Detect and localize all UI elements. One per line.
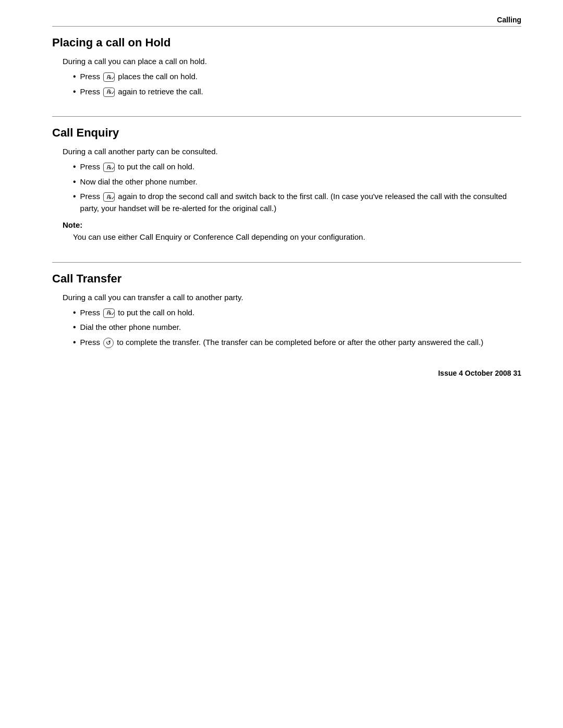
list-item: Dial the other phone number.	[73, 322, 521, 334]
bullet-enquiry-text-1: to put the call on hold.	[118, 162, 194, 171]
bullet-enquiry-text-3: again to drop the second call and switch…	[80, 192, 507, 213]
list-item: Press ℞✓ to put the call on hold.	[73, 307, 521, 319]
bullet-transfer-text-1: to put the call on hold.	[118, 308, 194, 317]
transfer-complete-icon: ↺	[103, 338, 114, 348]
note-label: Note:	[63, 220, 521, 229]
note-block-enquiry: Note: You can use either Call Enquiry or…	[63, 220, 521, 243]
bullet-list-enquiry: Press ℞✓ to put the call on hold. Now di…	[73, 161, 521, 214]
section-intro-hold: During a call you can place a call on ho…	[63, 57, 521, 66]
page-section-label: Calling	[497, 16, 521, 24]
section-title-hold: Placing a call on Hold	[52, 36, 521, 50]
note-content: You can use either Call Enquiry or Confe…	[73, 231, 521, 243]
press-label: Press	[80, 87, 103, 96]
hold-button-icon-2: ℞✓	[103, 88, 115, 97]
section-divider-transfer	[52, 262, 521, 263]
page-footer: Issue 4 October 2008 31	[438, 369, 521, 377]
section-call-transfer: Call Transfer During a call you can tran…	[52, 262, 521, 349]
bullet-list-hold: Press ℞✓ places the call on hold. Press …	[73, 71, 521, 97]
bullet-enquiry-text-2: Now dial the other phone number.	[80, 176, 198, 188]
list-item: Press ℞✓ again to drop the second call a…	[73, 191, 521, 214]
bullet-hold-text-1: places the call on hold.	[118, 72, 198, 81]
press-label: Press	[80, 338, 103, 347]
bullet-transfer-text-3: to complete the transfer. (The transfer …	[117, 338, 483, 347]
list-item: Press ℞✓ again to retrieve the call.	[73, 86, 521, 98]
press-label: Press	[80, 72, 103, 81]
bullet-hold-text-2: again to retrieve the call.	[118, 87, 203, 96]
section-placing-call-on-hold: Placing a call on Hold During a call you…	[52, 26, 521, 97]
press-label: Press	[80, 192, 103, 201]
press-label: Press	[80, 308, 103, 317]
press-label: Press	[80, 162, 103, 171]
section-intro-enquiry: During a call another party can be consu…	[63, 147, 521, 156]
list-item: Press ℞✓ places the call on hold.	[73, 71, 521, 83]
section-divider-hold	[52, 26, 521, 27]
list-item: Press ↺ to complete the transfer. (The t…	[73, 337, 521, 349]
list-item: Press ℞✓ to put the call on hold.	[73, 161, 521, 173]
section-intro-transfer: During a call you can transfer a call to…	[63, 293, 521, 302]
section-title-enquiry: Call Enquiry	[52, 126, 521, 140]
bullet-transfer-text-2: Dial the other phone number.	[80, 322, 181, 334]
bullet-list-transfer: Press ℞✓ to put the call on hold. Dial t…	[73, 307, 521, 349]
section-call-enquiry: Call Enquiry During a call another party…	[52, 116, 521, 243]
list-item: Now dial the other phone number.	[73, 176, 521, 188]
section-title-transfer: Call Transfer	[52, 272, 521, 286]
section-divider-enquiry	[52, 116, 521, 117]
enquiry-hold-icon-2: ℞✓	[103, 192, 115, 202]
hold-button-icon: ℞✓	[103, 72, 115, 82]
transfer-hold-icon: ℞✓	[103, 309, 115, 318]
enquiry-hold-icon-1: ℞✓	[103, 163, 115, 172]
